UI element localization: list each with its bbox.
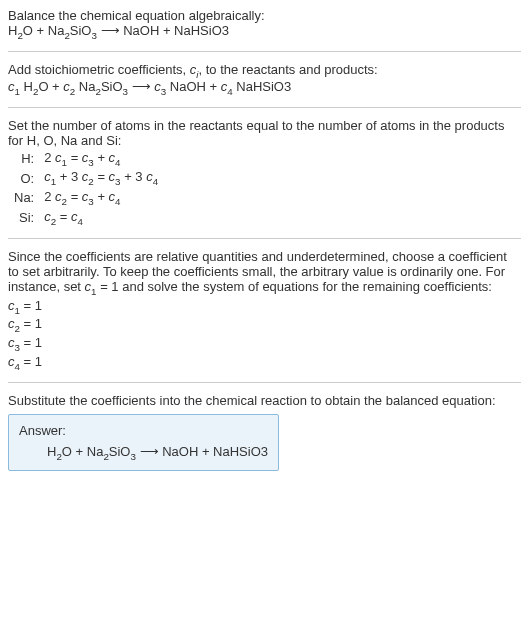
eq-part: O + Na <box>23 23 65 38</box>
text: Add stoichiometric coefficients, <box>8 62 190 77</box>
step2-section: Set the number of atoms in the reactants… <box>8 118 521 239</box>
element-label: Na: <box>10 189 38 207</box>
eq-rhs: c1 + 3 c2 = c3 + 3 c4 <box>40 169 162 187</box>
eq-part: Na <box>75 79 95 94</box>
eq-row: Si: c2 = c4 <box>10 209 162 227</box>
eq-rhs: c2 = c4 <box>40 209 162 227</box>
eq-part: SiO <box>109 444 131 459</box>
eq-part: SiO <box>70 23 92 38</box>
eq-part: H <box>8 23 17 38</box>
eq-row: O: c1 + 3 c2 = c3 + 3 c4 <box>10 169 162 187</box>
coeff-line: c1 = 1 <box>8 298 521 316</box>
eq-row: Na: 2 c2 = c3 + c4 <box>10 189 162 207</box>
eq-part: NaOH + NaHSiO3 <box>123 23 229 38</box>
eq-part: NaOH + NaHSiO3 <box>162 444 268 459</box>
answer-box: Answer: H2O + Na2SiO3 ⟶ NaOH + NaHSiO3 <box>8 414 279 471</box>
eq-part: H <box>47 444 56 459</box>
intro-section: Balance the chemical equation algebraica… <box>8 8 521 52</box>
coeff-line: c2 = 1 <box>8 316 521 334</box>
step3-text: Since the coefficients are relative quan… <box>8 249 521 297</box>
eq-part: H <box>20 79 33 94</box>
eq-rhs: 2 c1 = c3 + c4 <box>40 150 162 168</box>
arrow: ⟶ <box>128 79 154 94</box>
text: = 1 and solve the system of equations fo… <box>97 279 492 294</box>
element-label: H: <box>10 150 38 168</box>
step3-section: Since the coefficients are relative quan… <box>8 249 521 383</box>
text: , to the reactants and products: <box>199 62 378 77</box>
eq-row: H: 2 c1 = c3 + c4 <box>10 150 162 168</box>
step4-section: Substitute the coefficients into the che… <box>8 393 521 471</box>
step1-text: Add stoichiometric coefficients, ci, to … <box>8 62 521 80</box>
step4-text: Substitute the coefficients into the che… <box>8 393 521 408</box>
element-label: Si: <box>10 209 38 227</box>
eq-part: O + Na <box>62 444 104 459</box>
step1-equation: c1 H2O + c2 Na2SiO3 ⟶ c3 NaOH + c4 NaHSi… <box>8 79 521 97</box>
intro-equation: H2O + Na2SiO3 ⟶ NaOH + NaHSiO3 <box>8 23 521 41</box>
eq-part: NaHSiO3 <box>233 79 292 94</box>
answer-equation: H2O + Na2SiO3 ⟶ NaOH + NaHSiO3 <box>19 444 268 462</box>
coeff-line: c3 = 1 <box>8 335 521 353</box>
arrow: ⟶ <box>136 444 162 459</box>
eq-rhs: 2 c2 = c3 + c4 <box>40 189 162 207</box>
arrow: ⟶ <box>97 23 123 38</box>
answer-label: Answer: <box>19 423 268 438</box>
coeff-line: c4 = 1 <box>8 354 521 372</box>
element-label: O: <box>10 169 38 187</box>
step2-text: Set the number of atoms in the reactants… <box>8 118 521 148</box>
eq-part: SiO <box>101 79 123 94</box>
step1-section: Add stoichiometric coefficients, ci, to … <box>8 62 521 108</box>
atom-equations: H: 2 c1 = c3 + c4 O: c1 + 3 c2 = c3 + 3 … <box>8 148 164 228</box>
eq-part: NaOH + <box>166 79 221 94</box>
intro-text: Balance the chemical equation algebraica… <box>8 8 521 23</box>
eq-part: O + <box>38 79 63 94</box>
